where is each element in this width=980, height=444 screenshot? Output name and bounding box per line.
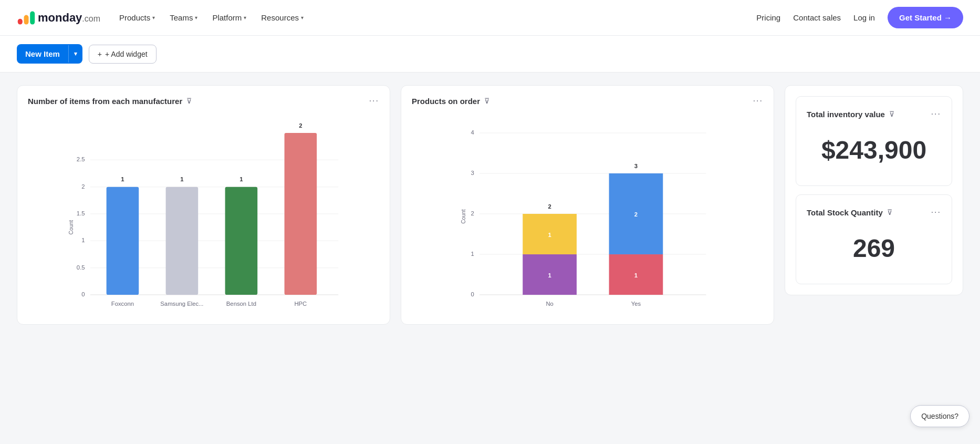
svg-text:4: 4 [471, 129, 474, 136]
more-options-icon[interactable]: ··· [369, 96, 379, 106]
filter-icon[interactable]: ⊽ [186, 97, 192, 105]
metric-stock-title-row: Total Stock Quantity ⊽ [807, 208, 892, 217]
svg-text:1.5: 1.5 [77, 210, 85, 216]
caret-down-icon[interactable]: ▾ [68, 45, 82, 63]
logo: monday.com [17, 8, 100, 27]
chevron-down-icon: ▾ [301, 15, 304, 20]
nav-right: Pricing Contact sales Log in Get Started… [756, 7, 963, 28]
metric-stock-value-display: 269 [807, 225, 941, 271]
svg-text:2: 2 [471, 210, 474, 216]
svg-text:Count: Count [68, 220, 74, 235]
filter-icon[interactable]: ⊽ [887, 208, 892, 216]
svg-text:2: 2 [548, 203, 551, 210]
nav-items: Products ▾ Teams ▾ Platform ▾ Resources … [113, 9, 310, 26]
nav-pricing[interactable]: Pricing [756, 13, 780, 22]
toolbar: New Item ▾ + + Add widget [0, 36, 980, 73]
filter-icon[interactable]: ⊽ [889, 110, 894, 118]
svg-text:1: 1 [239, 176, 243, 182]
logo-brand: monday.com [38, 11, 100, 25]
plus-icon: + [98, 50, 102, 58]
svg-text:Benson Ltd: Benson Ltd [226, 301, 256, 307]
svg-text:Samsung Elec...: Samsung Elec... [160, 301, 203, 307]
svg-rect-0 [18, 18, 23, 24]
chart-products-order-svg: 0 1 2 3 4 Count 1 1 [412, 114, 763, 314]
svg-text:No: No [546, 301, 553, 307]
svg-text:1: 1 [548, 272, 551, 278]
svg-text:1: 1 [180, 176, 183, 182]
svg-rect-25 [285, 133, 317, 295]
chart-manufacturers-area: 0 0.5 1 1.5 2 2.5 Count 1 Foxconn [28, 114, 379, 314]
svg-text:HPC: HPC [294, 301, 307, 307]
svg-text:2.5: 2.5 [77, 156, 85, 162]
main-content: Number of items from each manufacturer ⊽… [0, 73, 980, 337]
chart-manufacturers-svg: 0 0.5 1 1.5 2 2.5 Count 1 Foxconn [28, 114, 379, 314]
filter-icon[interactable]: ⊽ [484, 97, 489, 105]
new-item-button[interactable]: New Item ▾ [17, 44, 82, 64]
metric-inventory-header: Total inventory value ⊽ ··· [807, 109, 941, 119]
widget-manufacturers-header: Number of items from each manufacturer ⊽… [28, 96, 379, 106]
more-options-icon[interactable]: ··· [931, 208, 941, 217]
svg-rect-22 [225, 187, 258, 295]
svg-text:0.5: 0.5 [77, 264, 85, 271]
svg-text:Foxconn: Foxconn [111, 301, 134, 307]
svg-text:Count: Count [461, 209, 466, 224]
more-options-icon[interactable]: ··· [931, 109, 941, 119]
metric-stock-header: Total Stock Quantity ⊽ ··· [807, 208, 941, 217]
svg-text:3: 3 [634, 163, 638, 169]
add-widget-button[interactable]: + + Add widget [89, 45, 157, 64]
svg-text:2: 2 [634, 211, 638, 218]
svg-rect-1 [24, 15, 29, 24]
new-item-label: New Item [17, 44, 68, 64]
metric-inventory-value-display: $243,900 [807, 127, 941, 173]
svg-rect-16 [107, 187, 139, 295]
more-options-icon[interactable]: ··· [753, 96, 763, 106]
logo-suffix: .com [82, 14, 100, 23]
metric-inventory-value: Total inventory value ⊽ ··· $243,900 [796, 96, 952, 186]
svg-rect-19 [166, 187, 199, 295]
logo-icon [17, 8, 36, 27]
add-widget-label: + Add widget [105, 50, 148, 58]
widget-metrics: Total inventory value ⊽ ··· $243,900 Tot… [785, 85, 963, 295]
nav-left: monday.com Products ▾ Teams ▾ Platform ▾… [17, 8, 310, 27]
nav-item-products[interactable]: Products ▾ [113, 9, 161, 26]
navbar: monday.com Products ▾ Teams ▾ Platform ▾… [0, 0, 980, 36]
svg-text:1: 1 [121, 176, 124, 182]
svg-text:1: 1 [634, 272, 638, 278]
svg-text:3: 3 [471, 170, 474, 176]
nav-item-teams[interactable]: Teams ▾ [163, 9, 204, 26]
widget-products-order: Products on order ⊽ ··· 0 1 2 3 4 Count [401, 85, 774, 325]
svg-rect-2 [30, 11, 35, 24]
widget-manufacturers-title: Number of items from each manufacturer [28, 97, 182, 106]
widget-products-order-header: Products on order ⊽ ··· [412, 96, 763, 106]
widget-products-order-title: Products on order [412, 97, 480, 106]
svg-text:0: 0 [471, 291, 474, 297]
metric-stock-quantity: Total Stock Quantity ⊽ ··· 269 [796, 194, 952, 284]
svg-text:2: 2 [299, 122, 302, 129]
svg-text:1: 1 [548, 232, 551, 238]
metric-inventory-title-row: Total inventory value ⊽ [807, 110, 894, 119]
metric-inventory-title: Total inventory value [807, 110, 885, 119]
svg-text:1: 1 [81, 237, 85, 243]
nav-contact-sales[interactable]: Contact sales [793, 13, 841, 22]
svg-text:2: 2 [81, 183, 85, 190]
svg-text:1: 1 [471, 251, 474, 257]
nav-login[interactable]: Log in [853, 13, 875, 22]
metric-stock-title: Total Stock Quantity [807, 208, 883, 217]
widget-manufacturers-title-row: Number of items from each manufacturer ⊽ [28, 97, 192, 106]
svg-text:0: 0 [81, 291, 85, 297]
chevron-down-icon: ▾ [152, 15, 155, 20]
nav-item-platform[interactable]: Platform ▾ [206, 9, 253, 26]
widget-manufacturers: Number of items from each manufacturer ⊽… [17, 85, 390, 325]
chevron-down-icon: ▾ [244, 15, 246, 20]
svg-text:Yes: Yes [631, 301, 641, 307]
get-started-button[interactable]: Get Started → [888, 7, 963, 28]
chart-products-order-area: 0 1 2 3 4 Count 1 1 [412, 114, 763, 314]
nav-item-resources[interactable]: Resources ▾ [255, 9, 310, 26]
chevron-down-icon: ▾ [195, 15, 197, 20]
widget-products-order-title-row: Products on order ⊽ [412, 97, 489, 106]
